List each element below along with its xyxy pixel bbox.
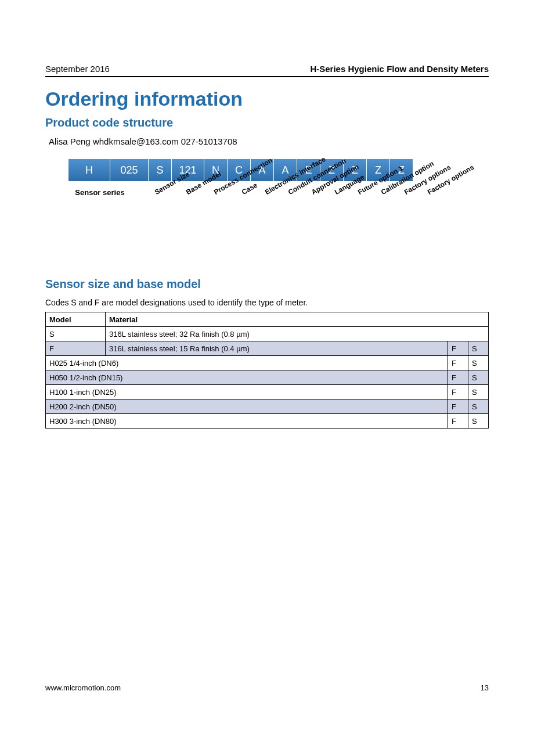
label-case: Case (240, 181, 259, 196)
table-row: H300 3-inch (DN80) F S (46, 414, 489, 429)
code-box-sensor-size: 025 (110, 159, 149, 181)
sensor-table: Model Material S 316L stainless steel; 3… (45, 312, 489, 429)
table-row: H050 1/2-inch (DN15) F S (46, 370, 489, 385)
table-row: H025 1/4-inch (DN6) F S (46, 356, 489, 370)
table-row: H200 2-inch (DN50) F S (46, 399, 489, 414)
cell-material: 316L stainless steel; 32 Ra finish (0.8 … (106, 327, 489, 341)
header-title: H-Series Hygienic Flow and Density Meter… (310, 64, 489, 74)
cell-f: F (448, 370, 468, 385)
cell-s: S (468, 399, 489, 414)
footer-url: www.micromotion.com (45, 683, 121, 692)
code-box-base-model: S (149, 159, 172, 181)
cell-model: S (46, 327, 106, 341)
cell-f-header: F (448, 341, 468, 356)
page-title: Ordering information (45, 88, 489, 110)
cell-size: H100 1-inch (DN25) (46, 385, 448, 399)
cell-material: 316L stainless steel; 15 Ra finish (0.4 … (106, 341, 448, 356)
header-date: September 2016 (45, 64, 110, 74)
cell-f: F (448, 399, 468, 414)
footer-page-number: 13 (481, 683, 489, 692)
cell-s: S (468, 414, 489, 429)
cell-f: F (448, 414, 468, 429)
running-header: September 2016 H-Series Hygienic Flow an… (45, 64, 489, 77)
th-model: Model (46, 312, 106, 327)
cell-model: F (46, 341, 106, 356)
cell-f: F (448, 385, 468, 399)
page: September 2016 H-Series Hygienic Flow an… (0, 0, 534, 756)
label-sensor-series: Sensor series (68, 181, 131, 251)
cell-s: S (468, 356, 489, 370)
running-footer: www.micromotion.com 13 (45, 683, 489, 692)
code-label-row: Sensor series Sensor size Base model Pro… (68, 181, 489, 251)
cell-s-header: S (468, 341, 489, 356)
contact-line: Alisa Peng whdkmsale@163.com 027-5101370… (49, 136, 489, 146)
table-header-row: Model Material (46, 312, 489, 327)
table-row: S 316L stainless steel; 32 Ra finish (0.… (46, 327, 489, 341)
cell-size: H200 2-inch (DN50) (46, 399, 448, 414)
th-material: Material (106, 312, 489, 327)
section-product-code-structure: Product code structure (45, 116, 489, 129)
table-row: H100 1-inch (DN25) F S (46, 385, 489, 399)
cell-size: H025 1/4-inch (DN6) (46, 356, 448, 370)
sensor-note: Codes S and F are model designations use… (45, 298, 489, 307)
cell-s: S (468, 370, 489, 385)
code-box-sensor-series: H (68, 159, 110, 181)
section-sensor-size-base-model: Sensor size and base model (45, 278, 489, 291)
cell-size: H050 1/2-inch (DN15) (46, 370, 448, 385)
cell-f: F (448, 356, 468, 370)
cell-size: H300 3-inch (DN80) (46, 414, 448, 429)
table-row: F 316L stainless steel; 15 Ra finish (0.… (46, 341, 489, 356)
cell-s: S (468, 385, 489, 399)
